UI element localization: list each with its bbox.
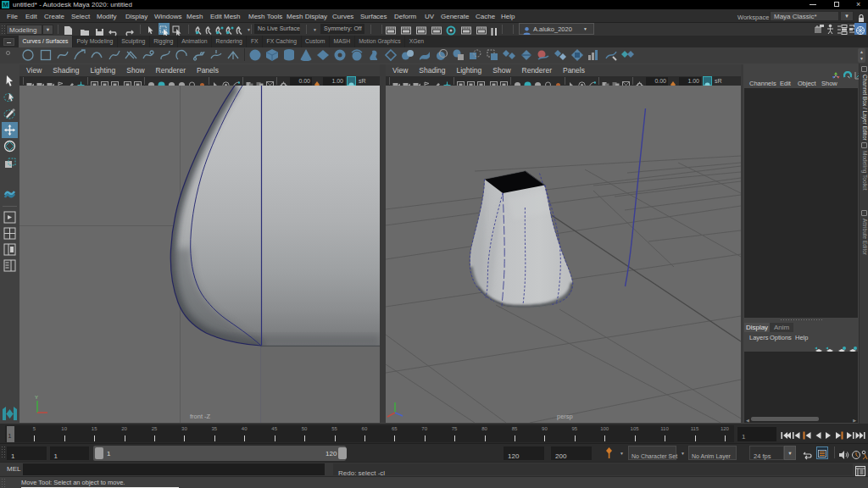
svg-text:Y: Y — [35, 395, 38, 400]
svg-text:persp: persp — [557, 413, 573, 420]
svg-text:front -Z: front -Z — [190, 413, 211, 420]
